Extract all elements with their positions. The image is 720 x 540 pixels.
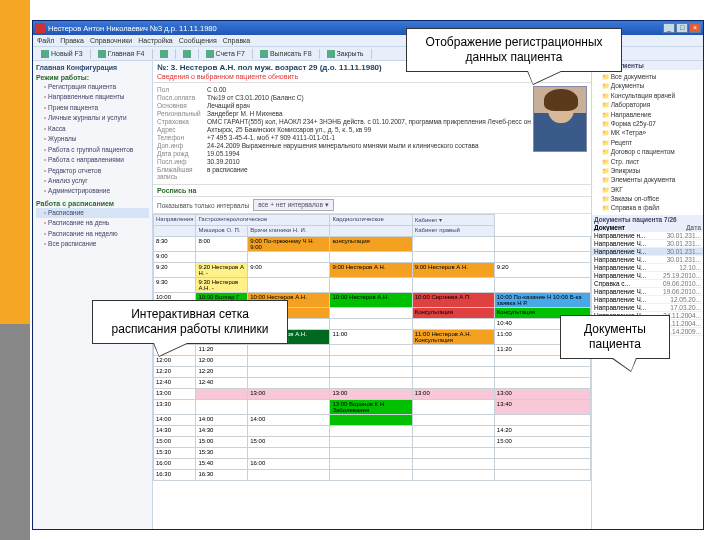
toolbar-bill[interactable]: Счета F7 [202, 48, 249, 60]
schedule-cell[interactable] [196, 252, 248, 263]
menu-Справочники[interactable]: Справочники [90, 37, 132, 44]
schedule-cell[interactable]: 15:40 [196, 459, 248, 470]
schedule-cell[interactable] [248, 278, 330, 293]
schedule-cell[interactable]: 15:00 [248, 437, 330, 448]
schedule-cell[interactable]: 16:30 [196, 470, 248, 481]
tree-item[interactable]: Справка в файл [594, 203, 701, 212]
schedule-cell[interactable] [494, 415, 590, 426]
schedule-cell[interactable] [248, 345, 330, 356]
schedule-cell[interactable]: 13:40 [494, 400, 590, 415]
doc-row[interactable]: Направление Ч...12.05.20... [592, 296, 703, 304]
schedule-cell[interactable] [494, 278, 590, 293]
schedule-cell[interactable]: 14:20 [494, 426, 590, 437]
schedule-cell[interactable]: 14:00 [196, 415, 248, 426]
schedule-cell[interactable] [412, 237, 494, 252]
tree-item[interactable]: Элементы документа [594, 175, 701, 184]
menu-Файл[interactable]: Файл [37, 37, 54, 44]
sidebar-item[interactable]: Анализ услуг [36, 176, 149, 186]
sidebar-item[interactable]: Все расписание [36, 239, 149, 249]
schedule-cell[interactable] [330, 378, 412, 389]
filter-dropdown[interactable]: все + нет интервалов ▾ [253, 199, 334, 211]
toolbar-save[interactable] [156, 48, 172, 60]
toolbar-home[interactable]: Главная F4 [94, 48, 149, 60]
sidebar-item[interactable]: Работа с группой пациентов [36, 145, 149, 155]
close-button[interactable]: × [689, 23, 701, 33]
doc-row[interactable]: Направление Ч...19.06.2010... [592, 288, 703, 296]
minimize-button[interactable]: _ [663, 23, 675, 33]
schedule-cell[interactable] [248, 400, 330, 415]
schedule-cell[interactable]: 15:00 [196, 437, 248, 448]
schedule-cell[interactable] [494, 470, 590, 481]
schedule-cell[interactable] [248, 426, 330, 437]
tree-item[interactable]: ЭКГ [594, 185, 701, 194]
menu-Сообщения[interactable]: Сообщения [179, 37, 217, 44]
schedule-cell[interactable] [494, 378, 590, 389]
schedule-cell[interactable]: 9:20 [494, 263, 590, 278]
schedule-cell[interactable]: 11:20 [196, 345, 248, 356]
tree-item[interactable]: МК «Тетра» [594, 128, 701, 137]
doc-row[interactable]: Направление Ч...30.01.231... [592, 248, 703, 256]
schedule-cell[interactable] [330, 367, 412, 378]
schedule-cell[interactable]: 9:00 [248, 263, 330, 278]
schedule-cell[interactable] [412, 415, 494, 426]
sidebar-item[interactable]: Направленные пациенты [36, 92, 149, 102]
sidebar-item[interactable]: Расписание на день [36, 218, 149, 228]
schedule-cell[interactable] [248, 252, 330, 263]
schedule-cell[interactable]: 14:00 [248, 415, 330, 426]
sidebar-item[interactable]: Журналы [36, 134, 149, 144]
schedule-cell[interactable] [196, 389, 248, 400]
menu-Правка[interactable]: Правка [60, 37, 84, 44]
schedule-cell[interactable]: 13:00 [330, 389, 412, 400]
sidebar-item[interactable]: Расписание [36, 208, 149, 218]
tree-item[interactable]: Заказы on-office [594, 194, 701, 203]
schedule-cell[interactable] [248, 470, 330, 481]
schedule-cell[interactable]: 13:00 [412, 389, 494, 400]
sidebar-item[interactable]: Администрирование [36, 186, 149, 196]
schedule-cell[interactable] [412, 345, 494, 356]
schedule-cell[interactable]: 12:40 [196, 378, 248, 389]
doc-row[interactable]: Направление Ч...17.03.20... [592, 304, 703, 312]
menu-Настройка[interactable]: Настройка [138, 37, 172, 44]
schedule-cell[interactable] [494, 459, 590, 470]
schedule-cell[interactable] [248, 378, 330, 389]
tree-item[interactable]: Договор с пациентом [594, 147, 701, 156]
schedule-cell[interactable] [330, 319, 412, 330]
schedule-cell[interactable]: Консультация [412, 308, 494, 319]
sidebar-item[interactable]: Работа с направлениями [36, 155, 149, 165]
schedule-grid[interactable]: НаправленияГастроэнтерологическоеКардиол… [153, 214, 591, 481]
doc-row[interactable]: Справка с...09.06.2010... [592, 280, 703, 288]
patient-photo[interactable] [533, 86, 587, 152]
tree-item[interactable]: Направление [594, 110, 701, 119]
schedule-cell[interactable]: 13:00 Воронов К Н Заболевания [330, 400, 412, 415]
toolbar-new[interactable]: Новый F3 [37, 48, 87, 60]
toolbar-close[interactable]: Закрыть [323, 48, 368, 60]
schedule-cell[interactable] [248, 367, 330, 378]
schedule-cell[interactable] [330, 448, 412, 459]
schedule-cell[interactable]: 13:00 [248, 389, 330, 400]
doc-row[interactable]: Направление Ч...30.01.231... [592, 256, 703, 264]
schedule-cell[interactable]: 11:00 Нестеров А.Н. Консультация [412, 330, 494, 345]
schedule-cell[interactable] [412, 459, 494, 470]
schedule-cell[interactable] [412, 426, 494, 437]
schedule-cell[interactable] [330, 308, 412, 319]
maximize-button[interactable]: □ [676, 23, 688, 33]
schedule-cell[interactable] [330, 470, 412, 481]
schedule-cell[interactable] [412, 470, 494, 481]
schedule-cell[interactable]: 9:20 Нестеров А Н. - [196, 263, 248, 278]
schedule-cell[interactable] [412, 252, 494, 263]
schedule-cell[interactable] [412, 437, 494, 448]
schedule-cell[interactable]: 8:00 [196, 237, 248, 252]
schedule-cell[interactable] [330, 426, 412, 437]
tree-item[interactable]: Все документы [594, 72, 701, 81]
schedule-cell[interactable]: 12:20 [196, 367, 248, 378]
schedule-cell[interactable] [412, 378, 494, 389]
sidebar-item[interactable]: Расписание на неделю [36, 229, 149, 239]
schedule-cell[interactable]: 14:30 [196, 426, 248, 437]
schedule-cell[interactable]: 10:00 Нестеров А.Н. [330, 293, 412, 308]
schedule-cell[interactable] [248, 448, 330, 459]
schedule-cell[interactable] [412, 367, 494, 378]
schedule-cell[interactable]: 15:30 [196, 448, 248, 459]
tree-item[interactable]: Лаборатория [594, 100, 701, 109]
sidebar-item[interactable]: Редактор отчетов [36, 166, 149, 176]
tree-item[interactable]: Форма с25у-07 [594, 119, 701, 128]
